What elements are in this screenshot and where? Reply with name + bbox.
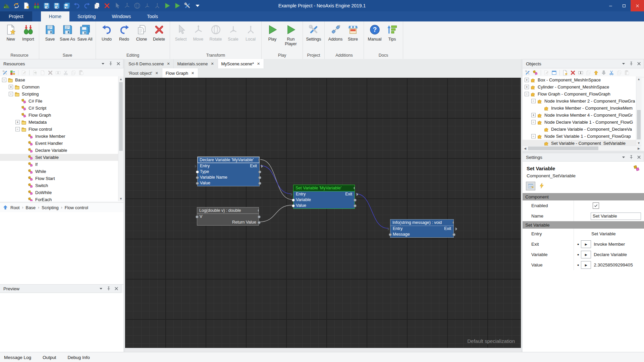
tree-item-c-script[interactable]: C# Script bbox=[0, 105, 118, 112]
pin-icon[interactable] bbox=[108, 61, 113, 66]
collapse-icon[interactable]: − bbox=[531, 99, 536, 103]
close-tab-icon[interactable]: ✕ bbox=[257, 62, 260, 66]
breadcrumb-item-root[interactable]: Root bbox=[10, 205, 19, 210]
tree-item-flow-graph-component-flowgraph[interactable]: −Flow Graph - Component_FlowGraph bbox=[523, 90, 636, 98]
entry-pin[interactable] bbox=[291, 193, 292, 196]
save-icon[interactable] bbox=[43, 2, 50, 9]
output-pin[interactable] bbox=[258, 182, 261, 185]
tree-item-if[interactable]: If bbox=[0, 161, 118, 168]
tab-materials-scene[interactable]: Materials.scene✕ bbox=[174, 59, 218, 68]
panel-menu-chevron-down-icon[interactable] bbox=[101, 61, 106, 66]
output-pin[interactable] bbox=[258, 170, 261, 173]
node-title[interactable]: Log(double v) : double bbox=[197, 207, 259, 214]
new-file-icon[interactable] bbox=[562, 70, 568, 76]
reference-dropdown-button[interactable]: ▶ bbox=[581, 261, 591, 269]
pin-icon[interactable] bbox=[629, 61, 634, 66]
save-all-icon[interactable] bbox=[63, 2, 70, 9]
tree-item-flow-start[interactable]: Flow Start bbox=[0, 175, 118, 182]
diamond-pair-icon[interactable] bbox=[532, 70, 538, 76]
play-icon[interactable] bbox=[164, 2, 171, 9]
tree-item-node-invoke-member-2-component-flowgra[interactable]: −Node Invoke Member 2 - Component_FlowGr… bbox=[523, 98, 636, 105]
close-tab-icon[interactable]: ✕ bbox=[211, 62, 214, 66]
collapse-icon[interactable]: − bbox=[9, 92, 13, 96]
x-red-icon[interactable] bbox=[570, 70, 576, 76]
status-tab-message-log[interactable]: Message Log bbox=[4, 355, 31, 360]
run-player-icon[interactable] bbox=[174, 2, 181, 9]
expand-icon[interactable]: + bbox=[15, 120, 20, 124]
node-title[interactable]: Set Variable 'MyVariable' bbox=[293, 185, 355, 191]
store-button[interactable]: Store bbox=[344, 23, 362, 52]
reference-dropdown-button[interactable]: ▶ bbox=[581, 240, 591, 248]
flow-graph-canvas[interactable]: Default specialization Declare Variable … bbox=[125, 78, 521, 348]
output-pin[interactable] bbox=[258, 215, 261, 218]
cut-icon[interactable] bbox=[608, 70, 614, 76]
section-header-component[interactable]: Component bbox=[523, 193, 644, 200]
properties-tab-icon[interactable] bbox=[526, 182, 535, 190]
wrench-sd-icon[interactable] bbox=[2, 70, 8, 76]
node-reference-pin[interactable] bbox=[354, 187, 355, 190]
events-tab-icon[interactable] bbox=[537, 182, 546, 190]
clone-icon[interactable] bbox=[93, 2, 101, 9]
checkbox[interactable] bbox=[593, 202, 599, 209]
objects-tree-hscrollbar[interactable]: ◀ ▶ bbox=[523, 145, 641, 151]
wrench-sd-icon[interactable] bbox=[525, 70, 531, 76]
expand-icon[interactable]: + bbox=[525, 78, 529, 82]
expand-icon[interactable]: + bbox=[531, 113, 536, 117]
tree-item-foreach[interactable]: ForEach bbox=[0, 196, 118, 201]
node-title[interactable]: Declare Variable 'MyVariable' bbox=[198, 157, 259, 163]
panel-menu-chevron-down-icon[interactable] bbox=[621, 155, 626, 160]
input-pin[interactable] bbox=[292, 204, 295, 207]
exit-pin[interactable] bbox=[455, 227, 457, 231]
project-menu-button[interactable]: Project bbox=[0, 11, 32, 21]
tab-sci-fi-demo-scene[interactable]: Sci-fi Demo.scene✕ bbox=[125, 59, 174, 68]
tree-item-cylinder-component-meshinspace[interactable]: +Cylinder - Component_MeshInSpace bbox=[523, 83, 636, 90]
play-button[interactable]: Play bbox=[264, 23, 281, 52]
tree-item-invoke-member-component-invokemem[interactable]: Invoke Member - Component_InvokeMem bbox=[523, 105, 636, 112]
section-header-set-variable[interactable]: Set Variable bbox=[523, 221, 644, 229]
tree-item-c-file[interactable]: C# File bbox=[0, 98, 118, 105]
output-pin[interactable] bbox=[258, 221, 261, 224]
collapse-icon[interactable]: − bbox=[531, 120, 536, 124]
tree-item-set-variable[interactable]: Set Variable bbox=[0, 154, 118, 161]
input-pin[interactable] bbox=[196, 170, 199, 173]
clone-button[interactable]: Clone bbox=[133, 23, 150, 52]
flow-node-set-variable[interactable]: Set Variable 'MyVariable'EntryExitVariab… bbox=[293, 185, 355, 209]
tree-item-flow-graph[interactable]: Flow Graph bbox=[0, 112, 118, 119]
tab-flow-graph[interactable]: Flow Graph✕ bbox=[162, 68, 198, 78]
close-button[interactable] bbox=[631, 0, 644, 11]
tree-item-scripting[interactable]: −Scripting bbox=[0, 90, 118, 98]
undo-button[interactable]: Undo bbox=[98, 23, 115, 52]
resources-tree-scrollbar[interactable]: ▲ ▼ bbox=[118, 76, 124, 201]
flow-node-declare-variable[interactable]: Declare Variable 'MyVariable'EntryExitTy… bbox=[197, 157, 260, 186]
tab-root-object[interactable]: 'Root object'✕ bbox=[125, 68, 162, 78]
run-player-button[interactable]: Run Player bbox=[281, 23, 301, 52]
qat-menu-icon[interactable] bbox=[194, 2, 201, 9]
flow-node-log[interactable]: Log(double v) : doubleVReturn Value bbox=[197, 207, 259, 226]
settings-icon[interactable] bbox=[184, 2, 191, 9]
save-as-icon[interactable] bbox=[53, 2, 60, 9]
connection-wire[interactable] bbox=[356, 194, 388, 228]
window-icon[interactable] bbox=[551, 70, 557, 76]
collapse-icon[interactable]: − bbox=[15, 127, 20, 131]
breadcrumb-item-scripting[interactable]: Scripting bbox=[42, 205, 59, 210]
tree-item-box-component-meshinspace[interactable]: +Box - Component_MeshInSpace bbox=[523, 76, 636, 83]
pin-icon[interactable] bbox=[106, 286, 111, 291]
tree-item-node-invoke-member-4-component-flowgr[interactable]: +Node Invoke Member 4 - Component_FlowGr bbox=[523, 112, 636, 119]
close-tab-icon[interactable]: ✕ bbox=[167, 62, 170, 66]
input-pin[interactable] bbox=[389, 233, 392, 236]
flow-node-info[interactable]: Info(string message) : voidEntryExitMess… bbox=[390, 219, 454, 238]
tree-item-base[interactable]: −Base bbox=[0, 76, 118, 83]
node-reference-pin[interactable] bbox=[258, 209, 259, 212]
output-pin[interactable] bbox=[354, 198, 357, 201]
close-tab-icon[interactable]: ✕ bbox=[155, 71, 159, 75]
panel-menu-chevron-down-icon[interactable] bbox=[621, 61, 626, 66]
connection-wire[interactable] bbox=[260, 205, 292, 222]
objects-tree-vscrollbar[interactable]: ▲ ▼ bbox=[636, 76, 642, 145]
panel-menu-chevron-down-icon[interactable] bbox=[99, 286, 104, 291]
node-reference-pin[interactable] bbox=[258, 159, 259, 162]
arrow-up-gold-icon[interactable] bbox=[593, 70, 599, 76]
close-icon[interactable] bbox=[116, 61, 121, 66]
input-pin[interactable] bbox=[196, 215, 199, 218]
save-button[interactable]: Save bbox=[41, 23, 59, 52]
maximize-button[interactable] bbox=[617, 0, 631, 11]
